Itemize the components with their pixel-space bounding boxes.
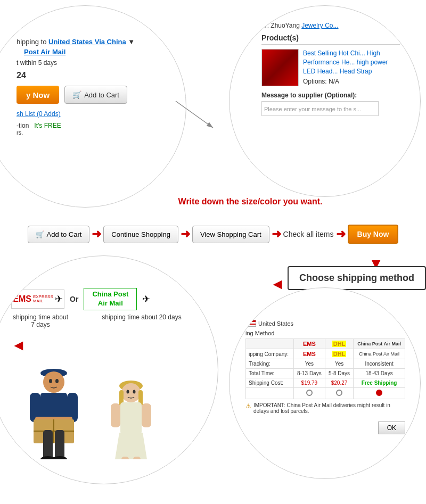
cart-icon-flow: 🛒 xyxy=(36,230,44,238)
radio-dhl[interactable] xyxy=(336,390,342,396)
svg-point-18 xyxy=(52,456,67,459)
right-circle: er: ZhuoYang Jewelry Co... Product(s) Be… xyxy=(229,5,421,197)
svg-point-4 xyxy=(43,371,64,393)
svg-point-20 xyxy=(121,383,141,402)
wish-list: sh List (0 Adds) xyxy=(17,110,135,118)
products-label: Product(s) xyxy=(261,34,400,45)
shipping-times: shipping time about 7 days shipping time… xyxy=(11,313,203,328)
left-arrow-shipping: ◄ xyxy=(270,276,285,293)
china-post-box: China Post Air Mail xyxy=(84,288,137,310)
product-options: Options: N/A xyxy=(303,78,400,85)
important-note: ⚠ IMPORTANT: China Post Air Mail deliver… xyxy=(245,402,405,414)
add-to-cart-flow-button[interactable]: 🛒 Add to Cart xyxy=(28,226,90,243)
svg-rect-26 xyxy=(111,403,120,427)
shipping-link[interactable]: United States Via China xyxy=(48,38,126,46)
table-row-company: ipping Company: EMS DHL China Post Air M… xyxy=(246,349,405,359)
choose-shipping-box: Choose shipping method xyxy=(288,266,426,290)
protection-row: -tion It's FREE xyxy=(17,122,135,129)
action-buttons-left: y Now 🛒 Add to Cart xyxy=(17,86,135,104)
arrow-connector xyxy=(170,96,224,138)
buy-now-button-left[interactable]: y Now xyxy=(17,86,59,104)
seller-row: er: ZhuoYang Jewelry Co... xyxy=(261,22,400,29)
arrow-2: ➜ xyxy=(181,227,190,241)
shipping-table: EMS DHL China Post Air Mail ipping Compa… xyxy=(245,338,405,399)
view-cart-button[interactable]: View Shopping Cart xyxy=(192,226,269,243)
svg-rect-27 xyxy=(142,403,151,427)
top-section: hipping to United States Via China ▼ Pos… xyxy=(0,0,426,213)
post-air-mail-link[interactable]: Post Air Mail xyxy=(24,48,135,56)
check-items-text: Check all items xyxy=(283,230,334,238)
arrow-3: ➜ xyxy=(272,227,281,241)
svg-rect-25 xyxy=(120,402,142,434)
product-item: Best Selling Hot Chi... High Performance… xyxy=(261,49,400,86)
ok-button[interactable]: OK xyxy=(378,422,405,434)
col-header-dhl: DHL xyxy=(325,339,353,349)
cart-icon: 🛒 xyxy=(72,90,81,99)
within-days: t within 5 days xyxy=(17,59,135,67)
country-row: United States xyxy=(245,320,405,327)
table-row-cost: Shipping Cost: $19.79 $20.27 Free Shippi… xyxy=(246,378,405,388)
svg-point-5 xyxy=(49,379,52,383)
continue-shopping-button[interactable]: Continue Shopping xyxy=(103,226,178,243)
china-time: shipping time about 20 days xyxy=(102,313,182,328)
svg-point-21 xyxy=(127,390,129,393)
red-arrow-left: ◄ xyxy=(11,337,203,354)
warning-icon: ⚠ xyxy=(245,402,251,410)
buy-now-flow-button[interactable]: Buy Now xyxy=(348,225,399,244)
arrow-1: ➜ xyxy=(92,227,101,241)
message-label: Message to supplier (Optional): xyxy=(261,92,400,99)
message-input[interactable]: Please enter your message to the s... xyxy=(261,101,379,116)
shipping-to: hipping to United States Via China ▼ xyxy=(17,38,135,46)
plane-icon-china: ✈ xyxy=(142,293,150,305)
product-thumbnail xyxy=(261,49,299,86)
svg-rect-15 xyxy=(43,430,53,459)
radio-china-post[interactable] xyxy=(376,390,382,396)
left-circle: hipping to United States Via China ▼ Pos… xyxy=(0,5,186,208)
product-name: Best Selling Hot Chi... High Performance… xyxy=(303,49,400,76)
or-text: Or xyxy=(70,295,78,303)
bottom-right-circle: United States ing Method EMS DHL China P… xyxy=(229,287,421,479)
bottom-left-circle: EMS EXPRESSMAIL ✈ Or China Post Air Mail… xyxy=(0,255,218,484)
svg-point-22 xyxy=(133,390,136,393)
col-header-china-post: China Post Air Mail xyxy=(354,339,405,349)
price-display: 24 xyxy=(17,71,135,80)
table-row-radio[interactable] xyxy=(246,388,405,399)
svg-rect-16 xyxy=(55,430,64,459)
arrow-4: ➜ xyxy=(336,227,346,241)
ems-time: shipping time about 7 days xyxy=(11,313,70,328)
us-flag xyxy=(245,320,256,327)
plane-icon-ems: ✈ xyxy=(55,293,63,305)
flow-section: 🛒 Add to Cart ➜ Continue Shopping ➜ View… xyxy=(0,213,426,255)
ems-text: EMS xyxy=(13,294,31,304)
write-down-text: Write down the size/color you want. xyxy=(170,197,330,206)
bottom-section: ▼ Choose shipping method ◄ EMS EXPRESSMA… xyxy=(0,255,426,504)
radio-ems[interactable] xyxy=(306,390,313,396)
shipping-method-label: ing Method xyxy=(245,330,405,336)
ems-logo: EMS EXPRESSMAIL ✈ xyxy=(11,290,64,309)
col-header-blank xyxy=(246,339,294,349)
table-row-time: Total Time: 8-13 Days 5-8 Days 18-43 Day… xyxy=(246,369,405,378)
table-row-tracking: Tracking: Yes Yes Inconsistent xyxy=(246,359,405,369)
svg-line-1 xyxy=(176,101,213,128)
svg-point-6 xyxy=(55,379,59,383)
delivery-persons-image xyxy=(11,358,171,459)
shipping-logos: EMS EXPRESSMAIL ✈ Or China Post Air Mail… xyxy=(11,288,203,310)
col-header-ems: EMS xyxy=(293,339,325,349)
add-to-cart-button-left[interactable]: 🛒 Add to Cart xyxy=(64,86,127,104)
